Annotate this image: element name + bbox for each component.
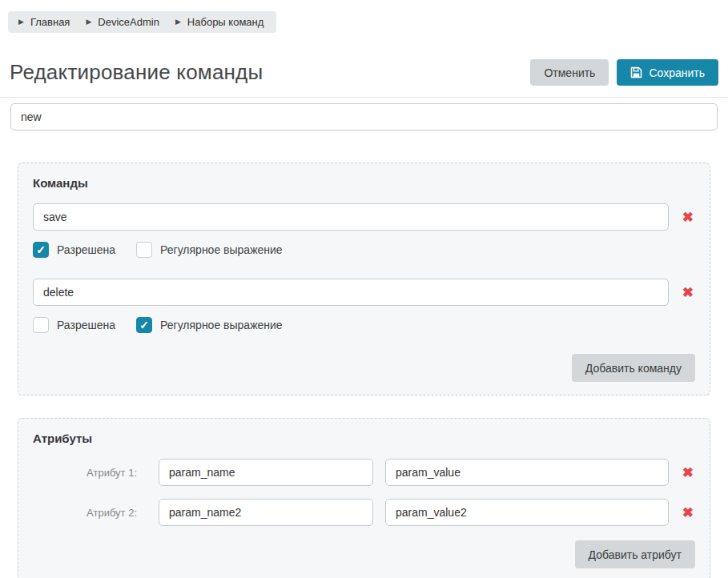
command-options-row: Разрешена Регулярное выражение <box>33 317 695 333</box>
breadcrumb-item-deviceadmin[interactable]: ▶ DeviceAdmin <box>86 16 159 28</box>
attribute-row: Атрибут 1: ✖ <box>33 459 695 486</box>
add-attribute-button[interactable]: Добавить атрибут <box>575 540 695 568</box>
regex-checkbox[interactable] <box>136 242 152 258</box>
breadcrumb-label: Главная <box>30 16 70 28</box>
delete-cross-icon: ✖ <box>682 210 694 225</box>
delete-cross-icon: ✖ <box>682 465 694 480</box>
command-input[interactable] <box>33 279 669 306</box>
cancel-button[interactable]: Отменить <box>530 59 609 86</box>
regex-checkbox-label: Регулярное выражение <box>160 243 283 256</box>
command-options-row: Разрешена Регулярное выражение <box>33 242 695 258</box>
breadcrumb-label: DeviceAdmin <box>98 16 159 28</box>
save-button[interactable]: Сохранить <box>617 59 718 86</box>
command-set-name-input[interactable] <box>10 103 718 130</box>
command-input[interactable] <box>33 203 669 231</box>
regex-checkbox-group[interactable]: Регулярное выражение <box>136 242 283 258</box>
breadcrumb-arrow-icon: ▶ <box>175 18 181 26</box>
page-header: Редактирование команды Отменить Сохранит… <box>10 59 718 86</box>
edit-command-page: ▶ Главная ▶ DeviceAdmin ▶ Наборы команд … <box>0 0 728 578</box>
breadcrumb-label: Наборы команд <box>187 16 263 28</box>
regex-checkbox-group[interactable]: Регулярное выражение <box>136 317 283 333</box>
breadcrumb-arrow-icon: ▶ <box>86 18 91 26</box>
allowed-checkbox-label: Разрешена <box>57 319 115 331</box>
delete-command-button[interactable]: ✖ <box>681 209 695 226</box>
delete-attribute-button[interactable]: ✖ <box>681 464 695 481</box>
attributes-add-row: Добавить атрибут <box>33 540 695 568</box>
breadcrumb: ▶ Главная ▶ DeviceAdmin ▶ Наборы команд <box>8 11 276 33</box>
breadcrumb-item-home[interactable]: ▶ Главная <box>18 16 70 28</box>
allowed-checkbox-group[interactable]: Разрешена <box>33 242 115 258</box>
allowed-checkbox-group[interactable]: Разрешена <box>33 317 115 333</box>
attribute-label: Атрибут 1: <box>33 467 137 479</box>
attribute-label: Атрибут 2: <box>33 507 137 519</box>
attribute-name-input[interactable] <box>159 499 373 526</box>
command-row: ✖ <box>33 203 695 231</box>
regex-checkbox-label: Регулярное выражение <box>160 319 283 331</box>
regex-checkbox[interactable] <box>136 317 152 333</box>
attribute-value-input[interactable] <box>385 459 669 486</box>
name-row <box>10 103 718 130</box>
attribute-row: Атрибут 2: ✖ <box>33 499 695 526</box>
command-row: ✖ <box>33 279 695 306</box>
header-actions: Отменить Сохранить <box>530 59 718 86</box>
commands-add-row: Добавить команду <box>33 354 695 382</box>
add-command-button[interactable]: Добавить команду <box>572 354 695 382</box>
allowed-checkbox-label: Разрешена <box>57 243 115 256</box>
attribute-name-input[interactable] <box>159 459 373 486</box>
commands-panel: Команды ✖ Разрешена Регулярное выражение… <box>18 163 710 395</box>
delete-command-button[interactable]: ✖ <box>681 284 695 301</box>
attribute-value-input[interactable] <box>385 499 669 526</box>
allowed-checkbox[interactable] <box>33 317 49 333</box>
breadcrumb-arrow-icon: ▶ <box>18 18 24 26</box>
delete-cross-icon: ✖ <box>682 505 694 520</box>
delete-attribute-button[interactable]: ✖ <box>681 504 695 521</box>
commands-panel-title: Команды <box>33 176 695 190</box>
header-divider <box>0 97 728 98</box>
allowed-checkbox[interactable] <box>33 242 49 258</box>
save-button-label: Сохранить <box>649 66 705 79</box>
delete-cross-icon: ✖ <box>682 285 694 300</box>
attributes-panel: Атрибуты Атрибут 1: ✖ Атрибут 2: ✖ Добав… <box>18 418 710 578</box>
page-title: Редактирование команды <box>10 60 263 85</box>
breadcrumb-item-command-sets[interactable]: ▶ Наборы команд <box>175 16 263 28</box>
attributes-panel-title: Атрибуты <box>33 431 695 445</box>
floppy-disk-icon <box>630 66 642 78</box>
